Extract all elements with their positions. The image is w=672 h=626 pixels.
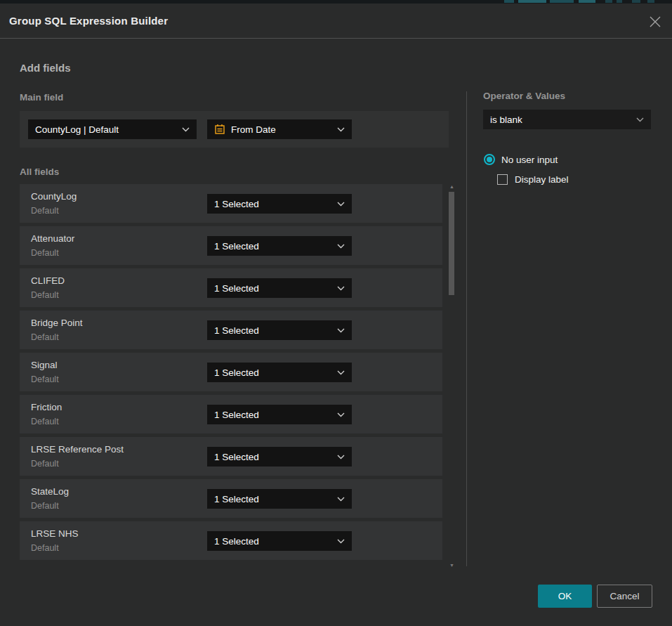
cancel-button[interactable]: Cancel — [597, 585, 652, 608]
list-item[interactable]: StateLog Default 1 Selected — [20, 479, 442, 518]
display-label-checkbox[interactable] — [497, 174, 508, 185]
add-fields-heading: Add fields — [20, 62, 71, 74]
selected-count: 1 Selected — [214, 367, 259, 378]
field-selection-dropdown[interactable]: 1 Selected — [207, 278, 352, 298]
list-item[interactable]: Attenuator Default 1 Selected — [20, 226, 442, 265]
all-fields-label: All fields — [20, 167, 59, 177]
selected-count: 1 Selected — [214, 536, 259, 547]
operator-select-value: is blank — [490, 115, 522, 125]
list-item[interactable]: CountyLog Default 1 Selected — [20, 184, 442, 223]
selected-count: 1 Selected — [214, 452, 259, 462]
layer-select-dropdown[interactable]: CountyLog | Default — [28, 119, 197, 139]
list-item[interactable]: LRSE Reference Post Default 1 Selected — [20, 437, 442, 476]
field-subtitle: Default — [31, 501, 59, 511]
operator-select-dropdown[interactable]: is blank — [483, 110, 651, 129]
selected-count: 1 Selected — [214, 241, 259, 252]
ok-button[interactable]: OK — [538, 585, 592, 608]
no-user-input-radio[interactable] — [484, 154, 495, 165]
selected-count: 1 Selected — [214, 283, 259, 294]
main-field-label: Main field — [20, 92, 63, 103]
field-selection-dropdown[interactable]: 1 Selected — [207, 489, 352, 509]
field-name: Bridge Point — [31, 318, 83, 328]
field-selection-dropdown[interactable]: 1 Selected — [207, 405, 352, 424]
chevron-down-icon — [182, 127, 190, 132]
list-item[interactable]: LRSE NHS Default 1 Selected — [20, 521, 442, 560]
scroll-up-icon[interactable]: ▲ — [449, 184, 455, 189]
chevron-down-icon — [337, 286, 345, 291]
field-selection-dropdown[interactable]: 1 Selected — [207, 363, 352, 382]
field-subtitle: Default — [31, 248, 59, 258]
selected-count: 1 Selected — [214, 199, 259, 209]
chevron-down-icon — [337, 127, 345, 132]
display-label-label: Display label — [515, 174, 569, 185]
chevron-down-icon — [337, 244, 345, 249]
chevron-down-icon — [337, 539, 345, 544]
list-item[interactable]: Friction Default 1 Selected — [20, 395, 442, 433]
main-field-select-dropdown[interactable]: From Date — [207, 119, 352, 139]
panel-divider — [466, 91, 467, 566]
list-item[interactable]: Bridge Point Default 1 Selected — [20, 311, 442, 349]
field-subtitle: Default — [31, 332, 59, 342]
chevron-down-icon — [337, 412, 345, 417]
dialog-header: Group SQL Expression Builder — [0, 4, 672, 39]
field-name: Signal — [31, 360, 58, 370]
field-selection-dropdown[interactable]: 1 Selected — [207, 531, 352, 551]
list-scrollbar[interactable]: ▲ ▼ — [447, 184, 456, 568]
chevron-down-icon — [636, 117, 644, 122]
field-subtitle: Default — [31, 206, 59, 216]
close-icon — [649, 15, 661, 31]
selected-count: 1 Selected — [214, 325, 259, 336]
field-name: Friction — [31, 402, 62, 412]
field-subtitle: Default — [31, 417, 59, 426]
operator-values-label: Operator & Values — [483, 91, 565, 101]
field-name: CountyLog — [31, 191, 77, 202]
field-selection-dropdown[interactable]: 1 Selected — [207, 447, 352, 467]
radio-selected-dot — [487, 157, 492, 162]
main-field-select-value: From Date — [231, 124, 276, 135]
field-name: Attenuator — [31, 233, 74, 244]
calendar-icon — [214, 124, 225, 135]
no-user-input-label: No user input — [501, 155, 558, 165]
chevron-down-icon — [337, 370, 345, 375]
list-item[interactable]: Signal Default 1 Selected — [20, 353, 442, 391]
field-name: LRSE NHS — [31, 528, 79, 539]
chevron-down-icon — [337, 455, 345, 459]
field-subtitle: Default — [31, 543, 59, 553]
field-subtitle: Default — [31, 374, 59, 384]
field-name: StateLog — [31, 486, 69, 497]
close-button[interactable] — [647, 15, 663, 31]
field-subtitle: Default — [31, 290, 59, 300]
dialog-title: Group SQL Expression Builder — [0, 15, 168, 27]
field-subtitle: Default — [31, 459, 59, 469]
list-item[interactable]: CLIFED Default 1 Selected — [20, 268, 442, 307]
selected-count: 1 Selected — [214, 494, 259, 504]
field-selection-dropdown[interactable]: 1 Selected — [207, 194, 352, 214]
field-selection-dropdown[interactable]: 1 Selected — [207, 320, 352, 340]
chevron-down-icon — [337, 497, 345, 502]
scroll-down-icon[interactable]: ▼ — [449, 563, 455, 568]
field-selection-dropdown[interactable]: 1 Selected — [207, 236, 352, 256]
field-name: CLIFED — [31, 275, 65, 286]
scrollbar-thumb[interactable] — [449, 192, 454, 295]
selected-count: 1 Selected — [214, 410, 259, 420]
field-name: LRSE Reference Post — [31, 444, 124, 455]
chevron-down-icon — [337, 328, 345, 333]
chevron-down-icon — [337, 202, 345, 207]
layer-select-value: CountyLog | Default — [35, 124, 119, 135]
